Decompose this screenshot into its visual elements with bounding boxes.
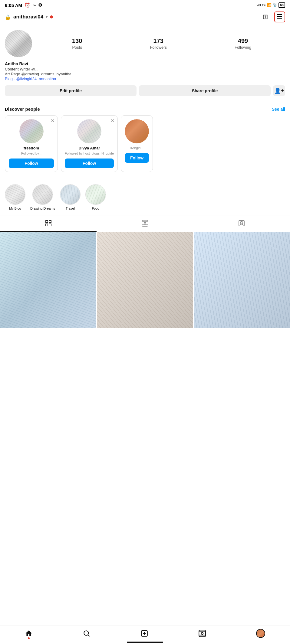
card-1-desc: Followed by... [21,151,41,155]
avatar[interactable] [5,30,32,57]
suggestion-card-2: ✕ Divya Amar Followed by host_blogs_N_gu… [61,115,118,172]
status-bar: 6:05 AM ⏰ ∞ ⚙ VoLTE 📶 📡 60 [0,0,290,9]
app-header: 🔒 anitharavi04 ▾ ⊞ ☰ [0,9,290,25]
following-count: 499 [238,38,248,44]
reels-icon [141,220,149,227]
grid-icon [45,220,52,227]
card-1-name: freedom [24,146,39,150]
bio-line-2: Art Page @drawing_dreams_byanitha [5,72,285,76]
posts-label: Posts [72,45,82,50]
card-2-avatar [77,119,101,143]
followers-stat[interactable]: 173 Followers [150,38,167,50]
stats-row: 130 Posts 173 Followers 499 Following [38,38,285,50]
username-label: anitharavi04 [13,14,43,20]
edit-profile-button[interactable]: Edit profile [5,85,137,96]
content-tabs [0,215,290,232]
add-friend-icon: 👤+ [274,87,284,94]
action-buttons: Edit profile Share profile 👤+ [5,85,285,96]
svg-rect-2 [46,224,48,226]
share-profile-button[interactable]: Share profile [139,85,271,96]
clock-icon: ⏰ [25,2,30,8]
suggestion-cards-wrapper: ✕ freedom Followed by... Follow ✕ Divya … [5,115,285,175]
card-2-name: Divya Amar [79,146,100,150]
status-left: 6:05 AM ⏰ ∞ ⚙ [5,2,42,8]
svg-rect-0 [46,221,48,223]
following-stat[interactable]: 499 Following [235,38,251,50]
suggestion-cards: ✕ freedom Followed by... Follow ✕ Divya … [5,115,285,172]
highlight-item-3[interactable]: Travel [60,184,81,210]
bio-line-3[interactable]: Blog - @livingirl24_annanitha [5,77,285,81]
notification-dot [50,15,53,18]
profile-section: 130 Posts 173 Followers 499 Following An… [0,25,290,106]
add-content-button[interactable]: ⊞ [260,11,271,22]
status-right: VoLTE 📶 📡 60 [257,2,285,8]
wifi-icon: 📡 [273,3,277,7]
volte-icon: VoLTE [257,4,266,7]
bio-section: Anitha Ravi Content Writer @... Art Page… [5,61,285,81]
battery-level: 60 [278,2,285,8]
discover-title: Discover people [5,106,40,112]
discover-header: Discover people See all [5,106,285,112]
card-3-desc: livingirl... [130,146,143,150]
time-display: 6:05 AM [5,3,22,8]
highlight-label-2: Drawing Dreams [30,207,55,210]
posts-stat[interactable]: 130 Posts [72,38,82,50]
suggestion-card-3: livingirl... Follow [121,115,153,172]
profile-name: Anitha Ravi [5,61,285,66]
post-thumb-3[interactable] [194,232,290,328]
card-3-avatar [125,119,149,143]
infinity-icon: ∞ [33,3,36,8]
svg-point-5 [144,222,146,224]
post-thumb-2[interactable] [97,232,193,328]
lock-icon: 🔒 [5,14,11,20]
highlight-label-1: My Blog [9,207,21,210]
highlight-label-4: Food [92,207,99,210]
followers-label: Followers [150,45,167,50]
see-all-link[interactable]: See all [272,107,285,112]
highlight-circle-1 [5,184,25,205]
tab-reels[interactable] [97,215,193,232]
close-card-2-button[interactable]: ✕ [110,118,114,124]
post-thumb-1[interactable] [0,232,96,328]
suggestion-card-1: ✕ freedom Followed by... Follow [5,115,58,172]
add-icon: ⊞ [262,13,268,21]
profile-info-row: 130 Posts 173 Followers 499 Following [5,30,285,57]
bio-line-1: Content Writer @... [5,67,285,71]
add-friend-button[interactable]: 👤+ [273,85,285,96]
signal-bars: 📶 [267,3,272,7]
tab-grid[interactable] [0,215,97,232]
posts-grid [0,232,290,328]
highlight-circle-4 [85,184,106,205]
posts-count: 130 [72,38,82,44]
highlight-item-1[interactable]: My Blog [5,184,25,210]
tagged-icon [238,220,245,227]
highlight-circle-3 [60,184,81,205]
following-label: Following [235,45,251,50]
dropdown-arrow[interactable]: ▾ [46,15,48,19]
svg-rect-4 [142,220,148,226]
follow-card-3-button[interactable]: Follow [125,153,149,163]
highlight-item-2[interactable]: Drawing Dreams [30,184,55,210]
card-2-desc: Followed by host_blogs_N_guide [65,151,114,155]
card-1-avatar [19,119,44,143]
discover-people-section: Discover people See all ✕ freedom Follow… [0,106,290,177]
highlights-section: My Blog Drawing Dreams Travel Food [0,179,290,213]
followers-count: 173 [153,38,163,44]
follow-card-2-button[interactable]: Follow [65,159,114,168]
settings-icon: ⚙ [38,2,42,8]
highlight-item-4[interactable]: Food [85,184,106,210]
svg-point-9 [240,221,243,224]
header-right: ⊞ ☰ [260,11,285,22]
header-left: 🔒 anitharavi04 ▾ [5,14,53,20]
svg-rect-3 [49,224,51,226]
tab-tagged[interactable] [193,215,290,232]
menu-button[interactable]: ☰ [274,11,285,22]
highlight-circle-2 [32,184,53,205]
menu-icon: ☰ [277,13,283,21]
highlight-label-3: Travel [66,207,75,210]
follow-card-1-button[interactable]: Follow [9,159,54,168]
svg-rect-1 [49,221,51,223]
close-card-1-button[interactable]: ✕ [51,118,54,124]
